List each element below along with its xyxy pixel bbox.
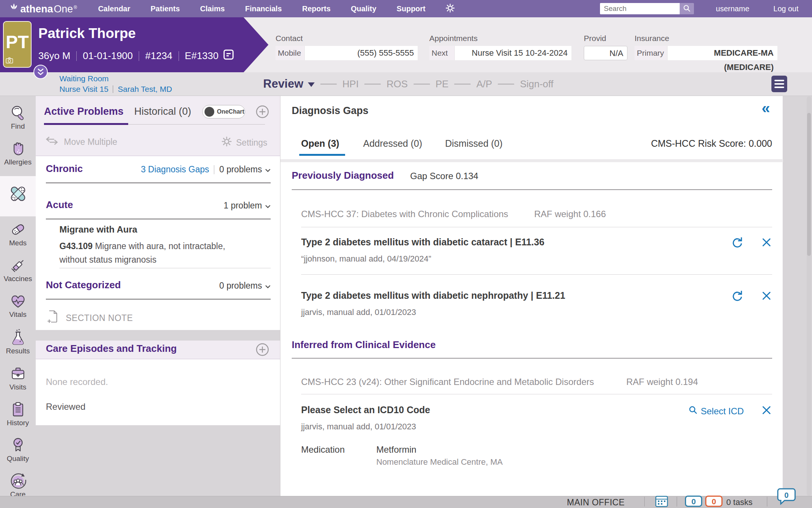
sidebar-item-quality[interactable]: Quality [0, 437, 36, 463]
mobile-label: Mobile [276, 46, 304, 60]
add-care-episode-button[interactable] [256, 343, 269, 358]
gear-icon[interactable] [445, 3, 455, 15]
acute-problem-count[interactable]: 1 problem [224, 201, 262, 211]
diagnosis-gaps-link[interactable]: 3 Diagnosis Gaps [141, 164, 209, 175]
care-team-icon [0, 472, 36, 490]
schedule-calendar-icon[interactable] [655, 495, 668, 508]
tab-historical[interactable]: Historical (0) [134, 106, 191, 117]
nav-item-financials[interactable]: Financials [245, 5, 282, 13]
mobile-value-field[interactable]: (555) 555-5555 [305, 46, 418, 60]
stage-signoff[interactable]: Sign-off [520, 78, 553, 90]
nav-item-reports[interactable]: Reports [302, 5, 331, 13]
tab-open[interactable]: Open (3) [301, 138, 339, 149]
settings-button[interactable]: Settings [221, 136, 267, 149]
ribbon-check-icon [0, 437, 36, 454]
stage-pe[interactable]: PE [436, 78, 449, 90]
dismiss-icon[interactable] [762, 405, 771, 417]
insurance-label: Insurance [635, 34, 669, 43]
stage-review[interactable]: Review [263, 77, 303, 91]
patient-avatar[interactable]: PT [3, 21, 32, 68]
reviewed-link[interactable]: Reviewed [46, 402, 85, 412]
scrollbar-thumb[interactable] [807, 113, 811, 256]
tasks-count-label[interactable]: 0 tasks [726, 497, 753, 507]
sidebar-item-label: Vaccines [0, 275, 36, 283]
section-note-button[interactable]: SECTION NOTE [47, 310, 133, 326]
readdress-icon[interactable] [731, 236, 743, 249]
brand-reg: ® [74, 5, 77, 10]
nav-item-patients[interactable]: Patients [151, 5, 180, 13]
gap-item-title: Type 2 diabetes mellitus with diabetic c… [301, 237, 544, 248]
next-appointment-field[interactable]: Nurse Visit 15 10-24-2024 [455, 46, 571, 60]
find-icon [0, 104, 36, 122]
chevron-down-icon[interactable] [265, 164, 271, 175]
visit-link[interactable]: Nurse Visit 15 [59, 85, 108, 93]
sidebar-item-label: Vitals [0, 310, 36, 319]
sidebar-item-label: History [0, 419, 36, 427]
sidebar-item-meds[interactable]: Meds [0, 221, 36, 247]
onechart-toggle[interactable]: OneChart [202, 105, 245, 119]
care-episodes-empty-text: None recorded. [46, 377, 108, 387]
sidebar-item-find[interactable]: Find [0, 104, 36, 131]
dismiss-icon[interactable] [762, 291, 771, 302]
chevron-down-icon[interactable] [308, 82, 315, 87]
insurance-primary-field[interactable]: MEDICARE-MA (MEDICARE) [668, 46, 777, 60]
sidebar-item-vitals[interactable]: Vitals [0, 292, 36, 319]
tab-addressed[interactable]: Addressed (0) [363, 138, 422, 149]
patient-banner: PT Patrick Thorpe 36yo M 01-01-1900 #123… [0, 17, 812, 72]
camera-icon[interactable] [6, 57, 13, 65]
sidebar-item-vaccines[interactable]: Vaccines [0, 257, 36, 283]
chronic-problem-count[interactable]: 0 problems [219, 164, 262, 175]
evidence-value: Metformin [376, 444, 417, 455]
add-problem-button[interactable] [256, 105, 269, 120]
note-icon[interactable] [223, 49, 234, 63]
tab-active-problems[interactable]: Active Problems [44, 106, 124, 117]
toggle-knob [205, 107, 214, 117]
readdress-icon[interactable] [731, 289, 743, 303]
gear-icon [221, 136, 232, 149]
not-categorized-count[interactable]: 0 problems [219, 281, 262, 291]
athenaone-logo[interactable]: athenaOne® [10, 3, 77, 15]
leaf-icon [10, 3, 18, 14]
collapse-panel-icon[interactable]: « [762, 100, 770, 117]
clipboard-icon [0, 401, 36, 418]
dismiss-icon[interactable] [762, 237, 771, 249]
stage-connector [414, 84, 430, 85]
stage-ap[interactable]: A/P [476, 78, 492, 90]
nav-item-quality[interactable]: Quality [351, 5, 376, 13]
department-label[interactable]: MAIN OFFICE [567, 497, 625, 508]
alert-count-badge[interactable]: 0 [705, 496, 723, 507]
tab-dismissed[interactable]: Dismissed (0) [445, 138, 503, 149]
sidebar-item-problems[interactable] [0, 184, 36, 204]
problem-title[interactable]: Migrane with Aura [59, 224, 137, 235]
icd-code: G43.109 [59, 241, 92, 251]
username-menu[interactable]: username [716, 5, 749, 13]
chevron-down-icon[interactable] [265, 201, 271, 211]
nav-item-calendar[interactable]: Calendar [98, 5, 130, 13]
sidebar-item-results[interactable]: Results [0, 329, 36, 355]
search-input[interactable] [600, 3, 680, 14]
search-button[interactable] [680, 3, 694, 14]
stage-ros[interactable]: ROS [386, 78, 408, 90]
move-multiple-button[interactable]: Move Multiple [45, 136, 117, 148]
provider-value-field[interactable]: N/A [584, 46, 627, 60]
sidebar-item-allergies[interactable]: Allergies [0, 140, 36, 166]
heart-icon [0, 292, 36, 310]
nav-item-support[interactable]: Support [397, 5, 426, 13]
sidebar-item-visits[interactable]: Visits [0, 365, 36, 391]
menu-button[interactable] [771, 76, 787, 92]
banner-expand-button[interactable] [33, 65, 48, 79]
brand-light: One [54, 3, 73, 15]
divider [59, 268, 271, 268]
stage-connector [320, 84, 337, 85]
encounter-provider-link[interactable]: Sarah Test, MD [118, 85, 172, 93]
stage-hpi[interactable]: HPI [342, 78, 359, 90]
logout-link[interactable]: Log out [773, 5, 798, 13]
chevron-down-icon[interactable] [265, 281, 271, 291]
select-icd-button[interactable]: Select ICD [688, 405, 744, 417]
inbox-count-badge[interactable]: 0 [685, 496, 702, 507]
sidebar-item-care[interactable]: Care [0, 472, 36, 499]
waiting-room-link[interactable]: Waiting Room [59, 74, 109, 83]
sidebar-item-history[interactable]: History [0, 401, 36, 427]
divider [644, 497, 645, 506]
nav-item-claims[interactable]: Claims [200, 5, 225, 13]
